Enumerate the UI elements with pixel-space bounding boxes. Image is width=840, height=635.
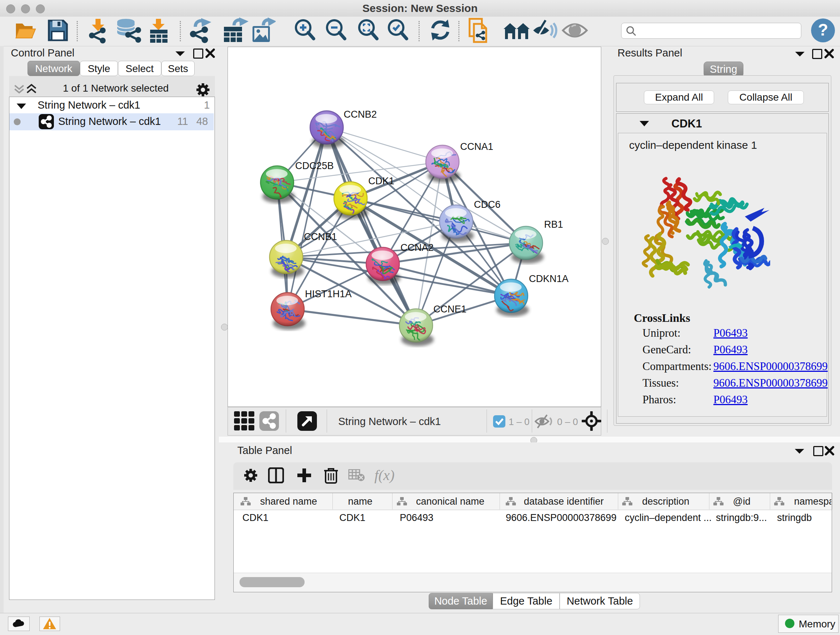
svg-text:CDC25B: CDC25B: [295, 160, 334, 171]
svg-text:CDC6: CDC6: [474, 199, 501, 210]
svg-text:CCNB2: CCNB2: [344, 109, 377, 120]
svg-text:CCNA2: CCNA2: [401, 242, 434, 253]
svg-text:CDK1: CDK1: [368, 176, 394, 187]
svg-text:CCNA1: CCNA1: [460, 141, 493, 152]
svg-text:CCNB1: CCNB1: [304, 231, 337, 242]
svg-text:RB1: RB1: [544, 219, 563, 230]
svg-text:HIST1H1A: HIST1H1A: [305, 288, 352, 299]
svg-text:CDKN1A: CDKN1A: [529, 273, 569, 284]
svg-text:CCNE1: CCNE1: [433, 304, 467, 315]
